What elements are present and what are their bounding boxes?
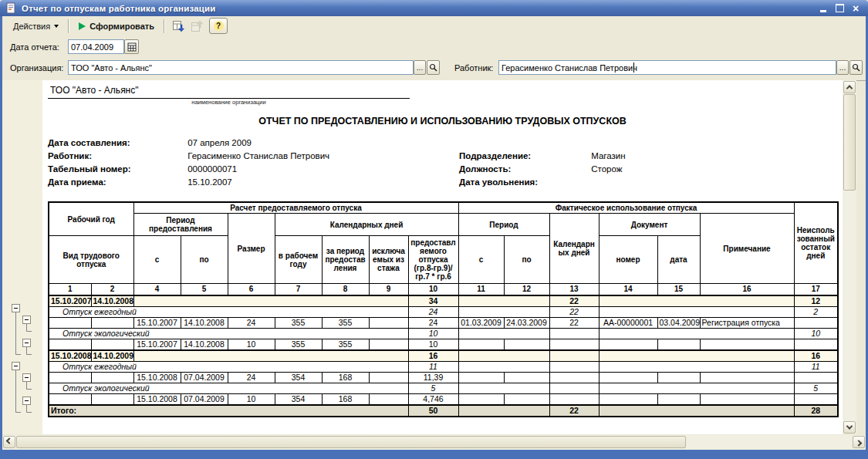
report-cell xyxy=(458,339,504,350)
organization-lookup-button[interactable]: ... xyxy=(414,60,426,75)
report-cell xyxy=(504,372,549,383)
info-value: Магазин xyxy=(591,151,625,160)
collapse-subgroup-button[interactable] xyxy=(22,397,31,405)
report-cell: Отпуск ежегодный xyxy=(49,306,408,317)
report-cell: 355 xyxy=(275,317,322,328)
search-icon xyxy=(429,63,437,72)
report-title: ОТЧЕТ ПО ПРЕДОСТАВЛЕНИЮ И ИСПОЛЬЗОВАНИЮ … xyxy=(48,116,837,127)
scroll-left-button[interactable] xyxy=(3,436,15,448)
report-cell: 01.03.2009 xyxy=(458,317,504,328)
report-table-body: 15.10.200714.10.2008342212Отпуск ежегодн… xyxy=(49,295,838,417)
col-header-doc-date: дата xyxy=(657,236,700,284)
employee-lookup-button[interactable]: ... xyxy=(836,60,849,75)
col-number: 13 xyxy=(549,284,599,295)
col-number: 17 xyxy=(794,284,838,295)
col-header-for-grant-period: за период предоставления xyxy=(322,236,369,284)
minimize-button[interactable] xyxy=(816,2,830,15)
employee-search-button[interactable] xyxy=(849,60,863,75)
maximize-button[interactable] xyxy=(833,2,846,15)
organization-input[interactable] xyxy=(68,60,414,75)
actions-button[interactable]: Действия xyxy=(8,19,64,33)
report-cell: 03.04.2009 xyxy=(657,317,700,328)
report-cell: 11 xyxy=(408,361,458,372)
report-cell: 24 xyxy=(228,372,275,383)
report-cell xyxy=(369,372,408,383)
report-cell: 24 xyxy=(408,317,458,328)
report-cell: 355 xyxy=(322,317,369,328)
collapse-group-button[interactable] xyxy=(12,304,20,312)
report-cell xyxy=(458,372,504,383)
report-cell: 10 xyxy=(408,328,458,339)
report-cell: Отпуск экологический xyxy=(49,328,408,339)
vertical-scroll-thumb[interactable] xyxy=(843,94,856,191)
horizontal-scrollbar[interactable] xyxy=(2,435,866,450)
save-values-button[interactable] xyxy=(188,19,205,34)
col-header-calendar-days: Календарных дней xyxy=(275,214,458,236)
chevron-right-icon xyxy=(856,440,862,446)
report-cell xyxy=(458,405,549,417)
horizontal-scroll-thumb[interactable] xyxy=(16,436,686,448)
report-cell xyxy=(599,372,657,383)
report-cell xyxy=(549,361,599,372)
col-number: 6 xyxy=(228,284,275,295)
report-cell: Итого: xyxy=(49,405,408,417)
employee-label: Работник: xyxy=(454,63,493,73)
chevron-down-icon xyxy=(846,423,853,429)
info-value: 07 апреля 2009 xyxy=(187,138,252,147)
organization-search-button[interactable] xyxy=(427,60,440,75)
scroll-right-button[interactable] xyxy=(853,436,865,448)
col-header-to: по xyxy=(181,236,228,284)
help-button[interactable]: ? xyxy=(209,18,228,34)
collapse-subgroup-button[interactable] xyxy=(22,316,31,324)
generate-button[interactable]: Сформировать xyxy=(73,19,160,33)
scroll-up-button[interactable] xyxy=(843,81,856,93)
restore-values-button[interactable] xyxy=(170,19,187,34)
collapse-subgroup-button[interactable] xyxy=(22,373,31,382)
calendar-button[interactable] xyxy=(124,39,139,54)
employee-input[interactable] xyxy=(498,60,836,75)
report-cell xyxy=(458,328,549,339)
report-cell xyxy=(700,339,794,350)
info-row: Подразделение: Магазин xyxy=(459,151,626,160)
report-cell xyxy=(504,339,549,350)
info-label: Дата составления: xyxy=(48,138,185,147)
report-cell: 4,746 xyxy=(408,393,458,405)
report-row-detail-10: 15.10.200807.04.2009103541684,746 xyxy=(49,393,838,405)
collapse-subgroup-button[interactable] xyxy=(22,339,31,347)
report-cell: 14.10.2008 xyxy=(91,295,133,307)
report-cell xyxy=(599,295,794,307)
report-cell: 168 xyxy=(322,372,369,383)
info-row: Дата увольнения: xyxy=(459,177,589,187)
report-date-input[interactable] xyxy=(68,39,124,54)
vertical-scrollbar[interactable] xyxy=(843,80,856,434)
report-cell: 10 xyxy=(228,393,275,405)
report-cell: 34 xyxy=(408,295,458,307)
info-value: 0000000071 xyxy=(187,164,237,174)
info-label: Табельный номер: xyxy=(48,164,185,174)
chevron-up-icon xyxy=(846,85,853,91)
close-button[interactable]: × xyxy=(849,2,863,15)
col-number: 2 xyxy=(91,284,133,295)
report-cell: 15.10.2008 xyxy=(133,393,181,405)
report-cell: 07.04.2009 xyxy=(181,372,228,383)
info-row: Табельный номер: 0000000071 xyxy=(48,164,237,174)
org-name-caption: наименование организации xyxy=(48,99,410,106)
col-number: 5 xyxy=(181,284,228,295)
report-cell xyxy=(458,350,549,362)
info-value: Сторож xyxy=(591,164,622,174)
collapse-group-button[interactable] xyxy=(12,362,20,370)
scroll-down-button[interactable] xyxy=(843,421,856,434)
col-header-grant-period: Период предоставления xyxy=(133,214,228,236)
report-page: ТОО "Авто - Альянс" наименование организ… xyxy=(42,80,843,434)
report-cell xyxy=(369,393,408,405)
report-cell: 2 xyxy=(794,306,838,317)
col-number: 14 xyxy=(599,284,657,295)
report-row-group-1: 15.10.200714.10.2008342212 xyxy=(49,295,838,307)
report-cell: АА-00000001 xyxy=(599,317,657,328)
report-cell xyxy=(549,328,599,339)
info-row: Должность: Сторож xyxy=(459,164,622,174)
info-label: Работник: xyxy=(48,151,185,160)
report-row-group-6: 15.10.200814.10.20091616 xyxy=(49,350,838,362)
col-header-doc-number: номер xyxy=(599,236,657,284)
vacation-report-table: Рабочий год Расчет предоставляемого отпу… xyxy=(48,201,839,417)
